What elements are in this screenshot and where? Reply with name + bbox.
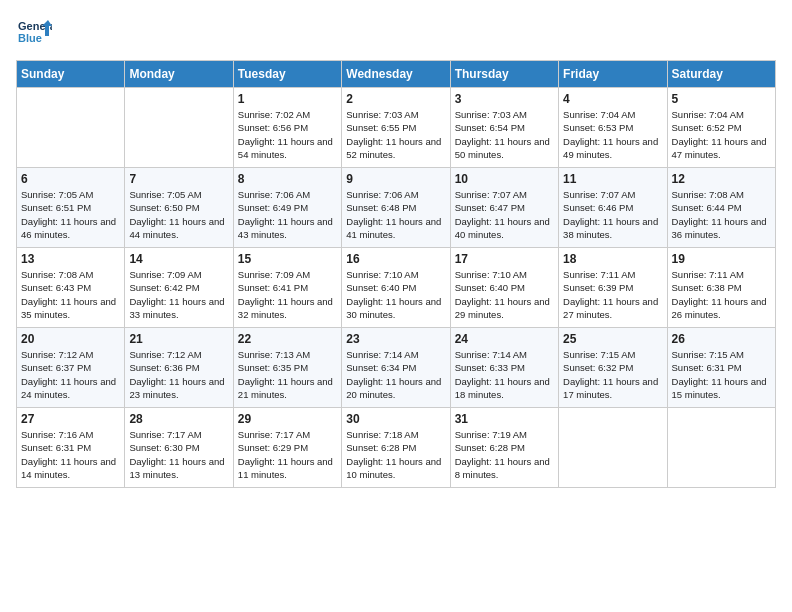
cell-content: Sunrise: 7:04 AM Sunset: 6:52 PM Dayligh… <box>672 108 771 161</box>
day-number: 17 <box>455 252 554 266</box>
calendar-cell: 31Sunrise: 7:19 AM Sunset: 6:28 PM Dayli… <box>450 408 558 488</box>
day-number: 23 <box>346 332 445 346</box>
calendar-table: SundayMondayTuesdayWednesdayThursdayFrid… <box>16 60 776 488</box>
cell-content: Sunrise: 7:06 AM Sunset: 6:48 PM Dayligh… <box>346 188 445 241</box>
day-number: 14 <box>129 252 228 266</box>
calendar-week-2: 6Sunrise: 7:05 AM Sunset: 6:51 PM Daylig… <box>17 168 776 248</box>
calendar-cell: 4Sunrise: 7:04 AM Sunset: 6:53 PM Daylig… <box>559 88 667 168</box>
cell-content: Sunrise: 7:17 AM Sunset: 6:30 PM Dayligh… <box>129 428 228 481</box>
cell-content: Sunrise: 7:11 AM Sunset: 6:39 PM Dayligh… <box>563 268 662 321</box>
cell-content: Sunrise: 7:12 AM Sunset: 6:37 PM Dayligh… <box>21 348 120 401</box>
calendar-cell: 30Sunrise: 7:18 AM Sunset: 6:28 PM Dayli… <box>342 408 450 488</box>
calendar-cell: 16Sunrise: 7:10 AM Sunset: 6:40 PM Dayli… <box>342 248 450 328</box>
day-header-saturday: Saturday <box>667 61 775 88</box>
day-number: 7 <box>129 172 228 186</box>
day-number: 11 <box>563 172 662 186</box>
cell-content: Sunrise: 7:05 AM Sunset: 6:51 PM Dayligh… <box>21 188 120 241</box>
day-number: 20 <box>21 332 120 346</box>
day-number: 21 <box>129 332 228 346</box>
calendar-cell: 25Sunrise: 7:15 AM Sunset: 6:32 PM Dayli… <box>559 328 667 408</box>
day-header-wednesday: Wednesday <box>342 61 450 88</box>
calendar-week-4: 20Sunrise: 7:12 AM Sunset: 6:37 PM Dayli… <box>17 328 776 408</box>
cell-content: Sunrise: 7:10 AM Sunset: 6:40 PM Dayligh… <box>346 268 445 321</box>
cell-content: Sunrise: 7:14 AM Sunset: 6:34 PM Dayligh… <box>346 348 445 401</box>
calendar-cell <box>667 408 775 488</box>
day-number: 29 <box>238 412 337 426</box>
day-number: 12 <box>672 172 771 186</box>
calendar-cell: 10Sunrise: 7:07 AM Sunset: 6:47 PM Dayli… <box>450 168 558 248</box>
cell-content: Sunrise: 7:04 AM Sunset: 6:53 PM Dayligh… <box>563 108 662 161</box>
day-header-monday: Monday <box>125 61 233 88</box>
day-number: 28 <box>129 412 228 426</box>
day-header-sunday: Sunday <box>17 61 125 88</box>
cell-content: Sunrise: 7:19 AM Sunset: 6:28 PM Dayligh… <box>455 428 554 481</box>
day-number: 18 <box>563 252 662 266</box>
calendar-cell: 18Sunrise: 7:11 AM Sunset: 6:39 PM Dayli… <box>559 248 667 328</box>
calendar-week-5: 27Sunrise: 7:16 AM Sunset: 6:31 PM Dayli… <box>17 408 776 488</box>
day-number: 22 <box>238 332 337 346</box>
cell-content: Sunrise: 7:02 AM Sunset: 6:56 PM Dayligh… <box>238 108 337 161</box>
calendar-cell: 5Sunrise: 7:04 AM Sunset: 6:52 PM Daylig… <box>667 88 775 168</box>
calendar-cell: 27Sunrise: 7:16 AM Sunset: 6:31 PM Dayli… <box>17 408 125 488</box>
day-number: 25 <box>563 332 662 346</box>
cell-content: Sunrise: 7:08 AM Sunset: 6:44 PM Dayligh… <box>672 188 771 241</box>
cell-content: Sunrise: 7:15 AM Sunset: 6:32 PM Dayligh… <box>563 348 662 401</box>
cell-content: Sunrise: 7:03 AM Sunset: 6:54 PM Dayligh… <box>455 108 554 161</box>
cell-content: Sunrise: 7:12 AM Sunset: 6:36 PM Dayligh… <box>129 348 228 401</box>
day-number: 2 <box>346 92 445 106</box>
calendar-cell: 6Sunrise: 7:05 AM Sunset: 6:51 PM Daylig… <box>17 168 125 248</box>
day-number: 5 <box>672 92 771 106</box>
day-number: 9 <box>346 172 445 186</box>
cell-content: Sunrise: 7:17 AM Sunset: 6:29 PM Dayligh… <box>238 428 337 481</box>
calendar-cell <box>17 88 125 168</box>
day-number: 19 <box>672 252 771 266</box>
calendar-cell: 26Sunrise: 7:15 AM Sunset: 6:31 PM Dayli… <box>667 328 775 408</box>
calendar-cell: 24Sunrise: 7:14 AM Sunset: 6:33 PM Dayli… <box>450 328 558 408</box>
calendar-cell: 20Sunrise: 7:12 AM Sunset: 6:37 PM Dayli… <box>17 328 125 408</box>
cell-content: Sunrise: 7:06 AM Sunset: 6:49 PM Dayligh… <box>238 188 337 241</box>
day-number: 3 <box>455 92 554 106</box>
calendar-week-3: 13Sunrise: 7:08 AM Sunset: 6:43 PM Dayli… <box>17 248 776 328</box>
cell-content: Sunrise: 7:03 AM Sunset: 6:55 PM Dayligh… <box>346 108 445 161</box>
cell-content: Sunrise: 7:09 AM Sunset: 6:41 PM Dayligh… <box>238 268 337 321</box>
calendar-cell: 3Sunrise: 7:03 AM Sunset: 6:54 PM Daylig… <box>450 88 558 168</box>
day-number: 4 <box>563 92 662 106</box>
calendar-cell: 29Sunrise: 7:17 AM Sunset: 6:29 PM Dayli… <box>233 408 341 488</box>
day-number: 26 <box>672 332 771 346</box>
logo: General Blue <box>16 16 52 52</box>
cell-content: Sunrise: 7:15 AM Sunset: 6:31 PM Dayligh… <box>672 348 771 401</box>
day-number: 27 <box>21 412 120 426</box>
svg-text:Blue: Blue <box>18 32 42 44</box>
cell-content: Sunrise: 7:14 AM Sunset: 6:33 PM Dayligh… <box>455 348 554 401</box>
day-header-tuesday: Tuesday <box>233 61 341 88</box>
day-number: 6 <box>21 172 120 186</box>
day-number: 15 <box>238 252 337 266</box>
calendar-cell: 12Sunrise: 7:08 AM Sunset: 6:44 PM Dayli… <box>667 168 775 248</box>
calendar-cell: 19Sunrise: 7:11 AM Sunset: 6:38 PM Dayli… <box>667 248 775 328</box>
calendar-cell: 17Sunrise: 7:10 AM Sunset: 6:40 PM Dayli… <box>450 248 558 328</box>
cell-content: Sunrise: 7:13 AM Sunset: 6:35 PM Dayligh… <box>238 348 337 401</box>
cell-content: Sunrise: 7:05 AM Sunset: 6:50 PM Dayligh… <box>129 188 228 241</box>
cell-content: Sunrise: 7:18 AM Sunset: 6:28 PM Dayligh… <box>346 428 445 481</box>
cell-content: Sunrise: 7:10 AM Sunset: 6:40 PM Dayligh… <box>455 268 554 321</box>
cell-content: Sunrise: 7:11 AM Sunset: 6:38 PM Dayligh… <box>672 268 771 321</box>
calendar-cell: 7Sunrise: 7:05 AM Sunset: 6:50 PM Daylig… <box>125 168 233 248</box>
day-number: 16 <box>346 252 445 266</box>
calendar-cell: 22Sunrise: 7:13 AM Sunset: 6:35 PM Dayli… <box>233 328 341 408</box>
day-number: 31 <box>455 412 554 426</box>
day-number: 10 <box>455 172 554 186</box>
calendar-cell: 21Sunrise: 7:12 AM Sunset: 6:36 PM Dayli… <box>125 328 233 408</box>
cell-content: Sunrise: 7:07 AM Sunset: 6:47 PM Dayligh… <box>455 188 554 241</box>
calendar-cell: 8Sunrise: 7:06 AM Sunset: 6:49 PM Daylig… <box>233 168 341 248</box>
page-header: General Blue <box>16 16 776 52</box>
logo-svg: General Blue <box>16 16 52 52</box>
day-number: 8 <box>238 172 337 186</box>
calendar-cell: 1Sunrise: 7:02 AM Sunset: 6:56 PM Daylig… <box>233 88 341 168</box>
calendar-cell <box>125 88 233 168</box>
calendar-cell: 13Sunrise: 7:08 AM Sunset: 6:43 PM Dayli… <box>17 248 125 328</box>
day-header-friday: Friday <box>559 61 667 88</box>
calendar-cell: 14Sunrise: 7:09 AM Sunset: 6:42 PM Dayli… <box>125 248 233 328</box>
calendar-cell: 23Sunrise: 7:14 AM Sunset: 6:34 PM Dayli… <box>342 328 450 408</box>
calendar-cell <box>559 408 667 488</box>
calendar-week-1: 1Sunrise: 7:02 AM Sunset: 6:56 PM Daylig… <box>17 88 776 168</box>
